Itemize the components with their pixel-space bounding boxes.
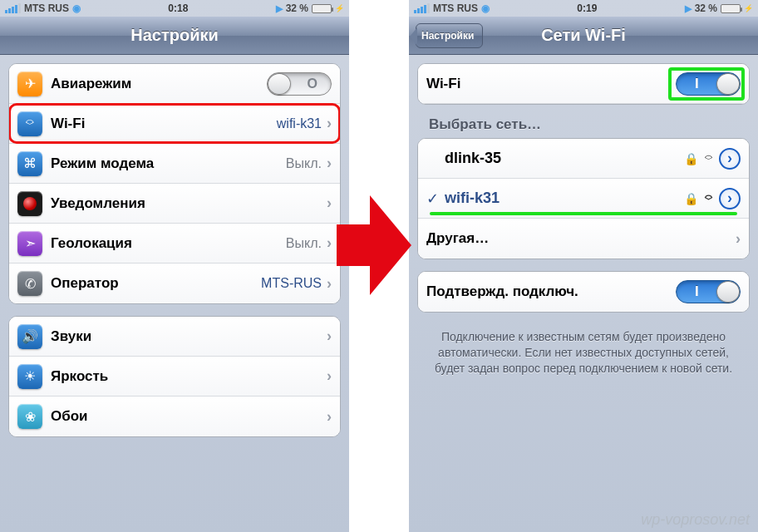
carrier-icon: ✆ <box>17 271 42 296</box>
chevron-right-icon: › <box>327 367 332 385</box>
ask-join-row[interactable]: Подтвержд. подключ. <box>418 272 749 312</box>
clock: 0:19 <box>577 2 597 14</box>
row-value: MTS-RUS <box>261 276 322 291</box>
nav-title: Сети Wi-Fi <box>541 26 626 45</box>
notif-row[interactable]: Уведомления › <box>9 184 340 224</box>
nav-title: Настройки <box>130 26 219 45</box>
networks-group: dlink-35 🔒 ⌔ › ✓ wifi-k31 🔒 ⌔ › Другая… … <box>417 138 750 259</box>
wifi-icon: ⌔ <box>17 111 42 136</box>
settings-screen: MTS RUS ◉ 0:18 ▶ 32 % ⚡ Настройки ✈ Авиа… <box>0 0 349 532</box>
wifi-strength-icon: ⌔ <box>705 191 712 205</box>
wifi-row[interactable]: ⌔ Wi-Fi wifi-k31 › <box>9 104 340 144</box>
wifi-status-icon: ◉ <box>72 2 81 14</box>
chevron-right-icon: › <box>327 328 332 345</box>
carrier-label: MTS RUS <box>433 2 478 14</box>
row-label: Уведомления <box>51 195 327 212</box>
back-button[interactable]: Настройки <box>416 23 483 48</box>
row-label: Авиарежим <box>51 76 267 92</box>
row-label: Оператор <box>51 275 261 292</box>
choose-network-header: Выбрать сеть… <box>429 116 750 133</box>
other-network-row[interactable]: Другая… › <box>418 219 749 259</box>
status-bar: MTS RUS ◉ 0:19 ▶ 32 % ⚡ <box>409 0 758 17</box>
brightness-row[interactable]: ☀ Яркость › <box>9 357 340 397</box>
row-label: Яркость <box>51 368 327 385</box>
airplane-icon: ✈ <box>17 71 42 96</box>
nav-bar: Настройки Сети Wi-Fi <box>409 17 758 55</box>
row-value: Выкл. <box>286 156 322 171</box>
transition-arrow <box>337 195 411 295</box>
wifi-strength-icon: ⌔ <box>705 151 712 165</box>
chevron-right-icon: › <box>327 234 332 252</box>
settings-group-1: ✈ Авиарежим ⌔ Wi-Fi wifi-k31 › ⌘ Режим м… <box>8 63 341 304</box>
detail-button[interactable]: › <box>719 148 741 170</box>
footer-note: Подключение к известным сетям будет прои… <box>417 324 750 382</box>
charging-icon: ⚡ <box>744 4 753 12</box>
clock: 0:18 <box>168 2 188 14</box>
row-label: Обои <box>51 408 327 425</box>
wallpaper-icon: ❀ <box>17 404 42 429</box>
lock-icon: 🔒 <box>684 152 698 165</box>
row-label: Режим модема <box>51 155 286 172</box>
tether-row[interactable]: ⌘ Режим модема Выкл. › <box>9 144 340 184</box>
battery-pct: 32 % <box>695 2 717 14</box>
wifi-enable-row[interactable]: Wi-Fi <box>418 64 749 104</box>
notifications-icon <box>17 191 42 216</box>
settings-group-2: 🔊 Звуки › ☀ Яркость › ❀ Обои › <box>8 316 341 437</box>
settings-list[interactable]: ✈ Авиарежим ⌔ Wi-Fi wifi-k31 › ⌘ Режим м… <box>0 55 349 457</box>
lock-icon: 🔒 <box>684 192 698 205</box>
chevron-right-icon: › <box>327 408 332 426</box>
row-label: Wi-Fi <box>426 76 676 92</box>
row-label: Геолокация <box>51 235 286 252</box>
chevron-right-icon: › <box>736 230 741 248</box>
ask-join-group: Подтвержд. подключ. <box>417 271 750 313</box>
highlight-underline <box>430 212 737 215</box>
chevron-right-icon: › <box>327 195 332 212</box>
ask-join-toggle[interactable] <box>676 280 741 303</box>
wifi-list[interactable]: Wi-Fi Выбрать сеть… dlink-35 🔒 ⌔ › ✓ wif… <box>409 55 758 390</box>
network-row[interactable]: dlink-35 🔒 ⌔ › <box>418 139 749 179</box>
network-row-selected[interactable]: ✓ wifi-k31 🔒 ⌔ › <box>418 179 749 219</box>
play-icon: ▶ <box>276 3 283 14</box>
row-label: Другая… <box>426 230 736 247</box>
chevron-right-icon: › <box>327 275 332 293</box>
battery-pct: 32 % <box>286 2 308 14</box>
wifi-status-icon: ◉ <box>481 2 490 14</box>
carrier-row[interactable]: ✆ Оператор MTS-RUS › <box>9 264 340 303</box>
play-icon: ▶ <box>685 3 692 14</box>
wifi-screen: MTS RUS ◉ 0:19 ▶ 32 % ⚡ Настройки Сети W… <box>409 0 758 532</box>
nav-bar: Настройки <box>0 17 349 55</box>
detail-button[interactable]: › <box>719 188 741 209</box>
charging-icon: ⚡ <box>335 4 344 12</box>
airplane-row[interactable]: ✈ Авиарежим <box>9 64 340 104</box>
carrier-label: MTS RUS <box>24 2 69 14</box>
chevron-right-icon: › <box>327 115 332 132</box>
row-value: Выкл. <box>286 236 322 251</box>
wifi-toggle-group: Wi-Fi <box>417 63 750 105</box>
brightness-icon: ☀ <box>17 364 42 389</box>
watermark: wp-voprosov.net <box>641 511 750 529</box>
signal-icon <box>5 3 21 13</box>
row-label: Подтвержд. подключ. <box>426 283 676 300</box>
wifi-toggle[interactable] <box>676 72 741 96</box>
row-value: wifi-k31 <box>277 116 322 131</box>
network-name: dlink-35 <box>445 150 684 167</box>
status-bar: MTS RUS ◉ 0:18 ▶ 32 % ⚡ <box>0 0 349 17</box>
wallpaper-row[interactable]: ❀ Обои › <box>9 397 340 436</box>
row-label: Wi-Fi <box>51 116 277 132</box>
location-row[interactable]: ➣ Геолокация Выкл. › <box>9 224 340 264</box>
sounds-icon: 🔊 <box>17 324 42 349</box>
signal-icon <box>414 3 430 13</box>
sounds-row[interactable]: 🔊 Звуки › <box>9 317 340 357</box>
tether-icon: ⌘ <box>17 151 42 176</box>
check-icon: ✓ <box>426 190 445 208</box>
row-label: Звуки <box>51 328 327 345</box>
battery-icon <box>721 4 741 13</box>
airplane-toggle[interactable] <box>267 72 332 96</box>
battery-icon <box>312 4 332 13</box>
chevron-right-icon: › <box>327 155 332 172</box>
network-name: wifi-k31 <box>445 190 684 207</box>
location-icon: ➣ <box>17 231 42 256</box>
